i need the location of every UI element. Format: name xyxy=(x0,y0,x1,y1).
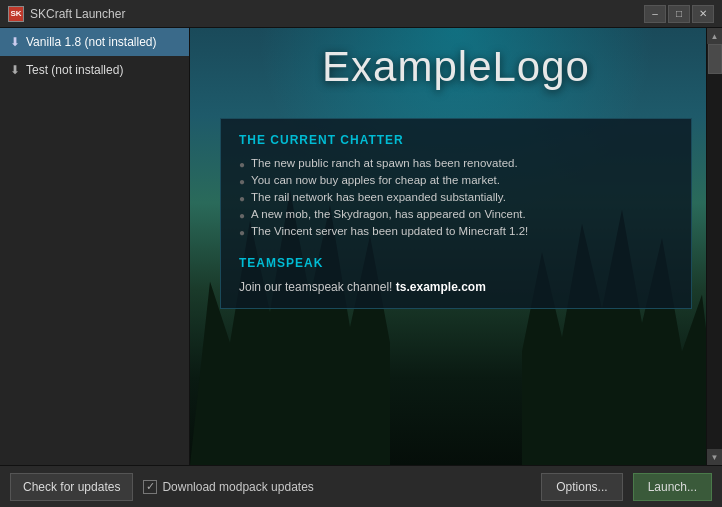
download-modpack-checkbox[interactable]: ✓ xyxy=(143,480,157,494)
close-button[interactable]: ✕ xyxy=(692,5,714,23)
list-item: ● A new mob, the Skydragon, has appeared… xyxy=(239,208,673,221)
sidebar-item-test[interactable]: ⬇ Test (not installed) xyxy=(0,56,189,84)
titlebar: SK SKCraft Launcher – □ ✕ xyxy=(0,0,722,28)
scroll-up-arrow[interactable]: ▲ xyxy=(707,28,723,44)
download-icon-2: ⬇ xyxy=(10,63,20,77)
app-icon-text: SK xyxy=(10,9,21,18)
teamspeak-section: TEAMSPEAK Join our teamspeak channel! ts… xyxy=(239,256,673,294)
teamspeak-intro: Join our teamspeak channel! xyxy=(239,280,392,294)
chatter-item-3: The rail network has been expanded subst… xyxy=(251,191,506,203)
logo-area: ExampleLogo xyxy=(190,43,722,91)
list-item: ● You can now buy apples for cheap at th… xyxy=(239,174,673,187)
chatter-item-4: A new mob, the Skydragon, has appeared o… xyxy=(251,208,526,220)
main-area: ⬇ Vanilla 1.8 (not installed) ⬇ Test (no… xyxy=(0,28,722,465)
bullet-icon: ● xyxy=(239,227,245,238)
info-box: THE CURRENT CHATTER ● The new public ran… xyxy=(220,118,692,309)
chatter-item-5: The Vincent server has been updated to M… xyxy=(251,225,528,237)
chatter-title: THE CURRENT CHATTER xyxy=(239,133,673,147)
window-controls: – □ ✕ xyxy=(644,5,714,23)
download-modpack-label: Download modpack updates xyxy=(162,480,313,494)
sidebar-item-test-label: Test (not installed) xyxy=(26,63,123,77)
download-modpack-checkbox-area[interactable]: ✓ Download modpack updates xyxy=(143,480,313,494)
scrollbar-thumb[interactable] xyxy=(708,44,722,74)
bottom-bar: Check for updates ✓ Download modpack upd… xyxy=(0,465,722,507)
list-item: ● The new public ranch at spawn has been… xyxy=(239,157,673,170)
download-icon: ⬇ xyxy=(10,35,20,49)
bullet-icon: ● xyxy=(239,176,245,187)
bullet-icon: ● xyxy=(239,210,245,221)
app-icon: SK xyxy=(8,6,24,22)
list-item: ● The Vincent server has been updated to… xyxy=(239,225,673,238)
chatter-section: THE CURRENT CHATTER ● The new public ran… xyxy=(239,133,673,238)
chatter-item-2: You can now buy apples for cheap at the … xyxy=(251,174,500,186)
scroll-down-arrow[interactable]: ▼ xyxy=(707,449,723,465)
launch-button[interactable]: Launch... xyxy=(633,473,712,501)
options-button[interactable]: Options... xyxy=(541,473,622,501)
background-area: ExampleLogo THE CURRENT CHATTER ● The ne… xyxy=(190,28,722,465)
chatter-item-1: The new public ranch at spawn has been r… xyxy=(251,157,518,169)
bullet-icon: ● xyxy=(239,159,245,170)
titlebar-title: SKCraft Launcher xyxy=(30,7,644,21)
content-panel: ExampleLogo THE CURRENT CHATTER ● The ne… xyxy=(190,28,722,465)
sidebar-item-vanilla[interactable]: ⬇ Vanilla 1.8 (not installed) xyxy=(0,28,189,56)
teamspeak-address[interactable]: ts.example.com xyxy=(396,280,486,294)
teamspeak-title: TEAMSPEAK xyxy=(239,256,673,270)
maximize-button[interactable]: □ xyxy=(668,5,690,23)
check-updates-button[interactable]: Check for updates xyxy=(10,473,133,501)
bullet-icon: ● xyxy=(239,193,245,204)
teamspeak-text: Join our teamspeak channel! ts.example.c… xyxy=(239,280,673,294)
list-item: ● The rail network has been expanded sub… xyxy=(239,191,673,204)
chatter-list: ● The new public ranch at spawn has been… xyxy=(239,157,673,238)
minimize-button[interactable]: – xyxy=(644,5,666,23)
sidebar: ⬇ Vanilla 1.8 (not installed) ⬇ Test (no… xyxy=(0,28,190,465)
scrollbar-track xyxy=(707,44,722,449)
scrollbar: ▲ ▼ xyxy=(706,28,722,465)
logo-text: ExampleLogo xyxy=(322,43,590,90)
sidebar-item-vanilla-label: Vanilla 1.8 (not installed) xyxy=(26,35,157,49)
